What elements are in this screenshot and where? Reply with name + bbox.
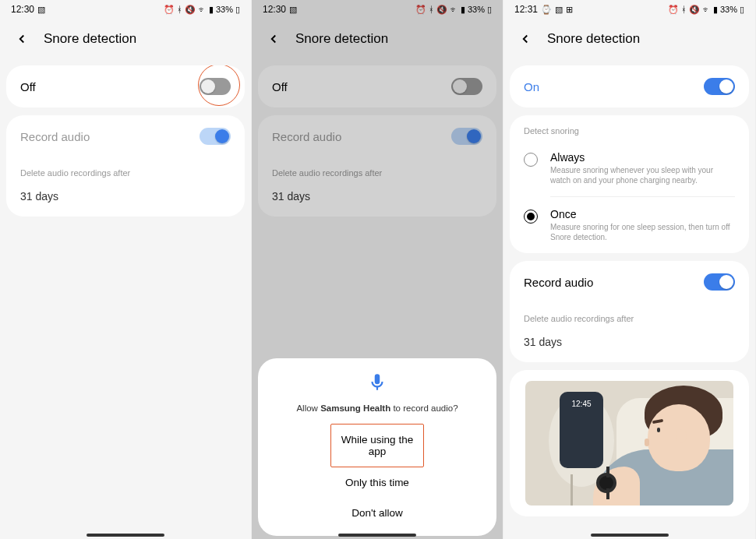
status-bar: 12:31 ⌚ ▧ ⊞ ⏰ ᚼ 🔇 ᯤ ▮ 33% ▯ <box>503 0 755 19</box>
nav-handle[interactable] <box>87 534 164 537</box>
signal-icon: ▮ <box>713 5 718 15</box>
page-title: Snore detection <box>547 31 640 47</box>
battery-percent: 33% <box>216 5 233 14</box>
battery-icon: ▯ <box>235 5 240 15</box>
status-bar: 12:30 ▧ ⏰ ᚼ 🔇 ᯤ ▮ 33% ▯ <box>0 0 251 19</box>
highlight-box: While using the app <box>330 424 424 467</box>
record-audio-label: Record audio <box>524 276 593 289</box>
battery-icon: ▯ <box>740 5 744 15</box>
radio-always[interactable] <box>524 153 538 167</box>
main-toggle-label: On <box>524 80 539 93</box>
mute-icon: 🔇 <box>689 5 700 15</box>
phone-illustration: 12:45 <box>560 392 603 468</box>
detect-snoring-label: Detect snoring <box>510 115 749 140</box>
grid-icon: ⊞ <box>566 5 573 15</box>
record-audio-toggle[interactable] <box>704 273 735 291</box>
settings-card: Record audio Delete audio recordings aft… <box>6 115 245 217</box>
page-title: Snore detection <box>44 31 136 47</box>
sleep-illustration: 12:45 <box>525 381 733 506</box>
image-icon: ▧ <box>555 5 563 15</box>
perm-only-this-time-button[interactable]: Only this time <box>267 467 487 498</box>
screen-2: 12:30 ▧ ⏰ ᚼ 🔇 ᯤ ▮ 33% ▯ Snore detection … <box>252 0 503 539</box>
option-always-desc: Measure snoring whenever you sleep with … <box>550 165 735 185</box>
option-once[interactable]: Once Measure snoring for one sleep sessi… <box>510 197 749 253</box>
main-toggle-card: On <box>510 65 749 107</box>
mute-icon: 🔇 <box>185 5 196 15</box>
alarm-icon: ⏰ <box>668 5 679 15</box>
back-button[interactable] <box>14 31 30 47</box>
record-settings-card: Record audio Delete audio recordings aft… <box>510 261 749 362</box>
wifi-icon: ᯤ <box>702 5 711 14</box>
bluetooth-icon: ᚼ <box>177 5 182 14</box>
option-once-title: Once <box>550 208 735 220</box>
image-icon: ▧ <box>37 5 45 15</box>
permission-prompt: Allow Samsung Health to record audio? <box>296 403 457 413</box>
screen-3: 12:31 ⌚ ▧ ⊞ ⏰ ᚼ 🔇 ᯤ ▮ 33% ▯ Snore detect… <box>503 0 756 539</box>
delete-after-value[interactable]: 31 days <box>6 182 245 217</box>
microphone-icon <box>367 372 387 396</box>
wifi-icon: ᯤ <box>198 5 207 14</box>
illustration-card: 12:45 <box>510 370 749 516</box>
watch-illustration <box>596 473 616 493</box>
phone-clock: 12:45 <box>571 400 591 408</box>
detect-snoring-card: Detect snoring Always Measure snoring wh… <box>510 115 749 253</box>
perm-while-using-button[interactable]: While using the app <box>331 425 423 467</box>
delete-after-value[interactable]: 31 days <box>510 328 749 362</box>
watch-icon: ⌚ <box>541 5 552 15</box>
alarm-icon: ⏰ <box>164 5 175 15</box>
bluetooth-icon: ᚼ <box>681 5 687 14</box>
option-always[interactable]: Always Measure snoring whenever you slee… <box>510 140 749 196</box>
delete-after-label: Delete audio recordings after <box>510 303 749 328</box>
screen-1: 12:30 ▧ ⏰ ᚼ 🔇 ᯤ ▮ 33% ▯ Snore detection … <box>0 0 252 539</box>
main-toggle[interactable] <box>704 78 735 95</box>
status-time: 12:31 <box>514 4 538 15</box>
option-once-desc: Measure snoring for one sleep session, t… <box>550 222 735 242</box>
radio-once[interactable] <box>524 210 538 224</box>
signal-icon: ▮ <box>209 5 214 15</box>
nav-handle[interactable] <box>591 534 669 537</box>
delete-after-label: Delete audio recordings after <box>6 157 245 182</box>
option-always-title: Always <box>550 151 735 164</box>
record-audio-label: Record audio <box>20 130 90 143</box>
permission-dialog: Allow Samsung Health to record audio? Wh… <box>258 358 496 536</box>
main-toggle-label: Off <box>20 80 36 93</box>
record-audio-toggle[interactable] <box>200 128 231 145</box>
main-toggle[interactable] <box>200 78 231 95</box>
back-button[interactable] <box>518 31 533 47</box>
header: Snore detection <box>0 19 251 65</box>
main-toggle-card: Off <box>6 65 245 107</box>
header: Snore detection <box>503 19 755 65</box>
nav-handle[interactable] <box>338 534 416 537</box>
battery-percent: 33% <box>720 5 737 14</box>
status-time: 12:30 <box>11 4 34 15</box>
